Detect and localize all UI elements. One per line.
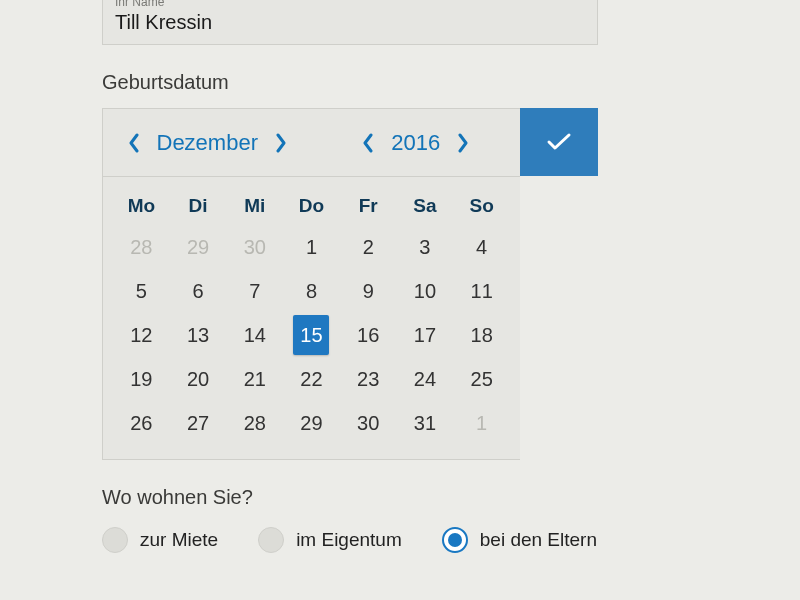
- next-year-button[interactable]: [448, 128, 478, 158]
- calendar-day[interactable]: 6: [170, 271, 227, 311]
- check-icon: [546, 132, 572, 152]
- calendar-day[interactable]: 8: [283, 271, 340, 311]
- calendar-day[interactable]: 1: [283, 227, 340, 267]
- calendar-day[interactable]: 15: [293, 315, 329, 355]
- calendar: Dezember 2016 MoDiMiDoFrSaSo282930123456…: [102, 108, 520, 460]
- calendar-dow: Sa: [397, 189, 454, 223]
- birthdate-label: Geburtsdatum: [102, 71, 698, 94]
- residence-radio[interactable]: bei den Eltern: [442, 527, 597, 553]
- radio-dot-icon: [258, 527, 284, 553]
- calendar-day[interactable]: 13: [170, 315, 227, 355]
- next-month-button[interactable]: [266, 128, 296, 158]
- calendar-dow: Mi: [226, 189, 283, 223]
- calendar-day[interactable]: 1: [453, 403, 510, 443]
- calendar-day[interactable]: 7: [226, 271, 283, 311]
- prev-month-button[interactable]: [119, 128, 149, 158]
- radio-dot-icon: [442, 527, 468, 553]
- calendar-day[interactable]: 22: [283, 359, 340, 399]
- calendar-day[interactable]: 3: [397, 227, 454, 267]
- radio-dot-icon: [102, 527, 128, 553]
- residence-radio-label: im Eigentum: [296, 529, 402, 551]
- calendar-day[interactable]: 29: [283, 403, 340, 443]
- calendar-day[interactable]: 23: [340, 359, 397, 399]
- calendar-day[interactable]: 27: [170, 403, 227, 443]
- calendar-day[interactable]: 9: [340, 271, 397, 311]
- calendar-day[interactable]: 12: [113, 315, 170, 355]
- calendar-day[interactable]: 16: [340, 315, 397, 355]
- calendar-dow: Mo: [113, 189, 170, 223]
- calendar-day[interactable]: 30: [226, 227, 283, 267]
- calendar-day[interactable]: 2: [340, 227, 397, 267]
- name-input-block[interactable]: Ihr Name Till Kressin: [102, 0, 598, 45]
- calendar-day[interactable]: 4: [453, 227, 510, 267]
- calendar-day[interactable]: 29: [170, 227, 227, 267]
- calendar-day[interactable]: 18: [453, 315, 510, 355]
- calendar-dow: Fr: [340, 189, 397, 223]
- calendar-day[interactable]: 19: [113, 359, 170, 399]
- name-input-value: Till Kressin: [115, 11, 585, 34]
- residence-radio-group: zur Mieteim Eigentumbei den Eltern: [102, 527, 698, 553]
- confirm-date-button[interactable]: [520, 108, 598, 176]
- residence-question: Wo wohnen Sie?: [102, 486, 698, 509]
- calendar-day[interactable]: 24: [397, 359, 454, 399]
- calendar-day[interactable]: 28: [113, 227, 170, 267]
- residence-radio[interactable]: im Eigentum: [258, 527, 402, 553]
- residence-radio-label: zur Miete: [140, 529, 218, 551]
- calendar-day[interactable]: 14: [226, 315, 283, 355]
- month-nav: Dezember: [103, 128, 312, 158]
- year-nav: 2016: [312, 128, 521, 158]
- calendar-dow: Do: [283, 189, 340, 223]
- calendar-day[interactable]: 5: [113, 271, 170, 311]
- calendar-day[interactable]: 26: [113, 403, 170, 443]
- calendar-dow: Di: [170, 189, 227, 223]
- calendar-dow: So: [453, 189, 510, 223]
- name-input-label: Ihr Name: [115, 0, 585, 9]
- calendar-day[interactable]: 20: [170, 359, 227, 399]
- calendar-day[interactable]: 21: [226, 359, 283, 399]
- residence-radio[interactable]: zur Miete: [102, 527, 218, 553]
- calendar-day[interactable]: 11: [453, 271, 510, 311]
- calendar-header: Dezember 2016: [103, 109, 520, 177]
- calendar-day[interactable]: 31: [397, 403, 454, 443]
- year-label[interactable]: 2016: [383, 130, 448, 156]
- prev-year-button[interactable]: [353, 128, 383, 158]
- calendar-day[interactable]: 10: [397, 271, 454, 311]
- month-label[interactable]: Dezember: [149, 130, 266, 156]
- residence-radio-label: bei den Eltern: [480, 529, 597, 551]
- calendar-day[interactable]: 28: [226, 403, 283, 443]
- calendar-grid: MoDiMiDoFrSaSo28293012345678910111213141…: [103, 177, 520, 459]
- calendar-day[interactable]: 17: [397, 315, 454, 355]
- calendar-day[interactable]: 30: [340, 403, 397, 443]
- calendar-day[interactable]: 25: [453, 359, 510, 399]
